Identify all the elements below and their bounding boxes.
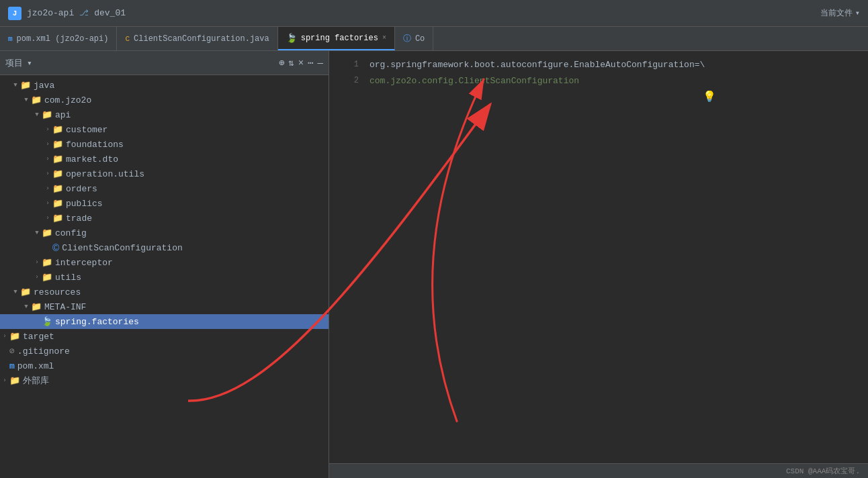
tab-close-icon[interactable]: × <box>382 34 386 42</box>
tree-item-resources[interactable]: ▼📁resources <box>0 285 329 299</box>
tree-item-ClientScanConfiguration[interactable]: ©ClientScanConfiguration <box>0 240 329 255</box>
tab-info-label: Co <box>415 34 425 44</box>
arrow-svg <box>329 51 868 463</box>
project-icon: J <box>8 7 21 20</box>
lightbulb-icon[interactable]: 💡 <box>703 90 716 103</box>
code-content-2: com.jzo2o.config.ClientScanConfiguration <box>370 76 579 86</box>
toolbar-more-icon[interactable]: ⋯ <box>308 57 313 68</box>
tree-arrow: › <box>43 215 52 222</box>
tree-label-ClientScanConfiguration: ClientScanConfiguration <box>62 243 182 253</box>
tab-clientscan-label: ClientScanConfiguration.java <box>134 34 269 44</box>
tree-item-interceptor[interactable]: ›📁interceptor <box>0 255 329 270</box>
tree-icon-folder: 📁 <box>9 375 20 386</box>
tree-arrow: › <box>32 274 42 281</box>
tree-label-customer: customer <box>66 125 107 135</box>
code-line-2: 2 com.jzo2o.config.ClientScanConfigurati… <box>329 73 868 89</box>
tree-item-外部库[interactable]: ›📁外部库 <box>0 373 329 388</box>
maven-icon: m <box>8 35 13 43</box>
tab-info[interactable]: ⓘ Co <box>395 27 433 50</box>
tree-item-foundations[interactable]: ›📁foundations <box>0 137 329 152</box>
tab-springfactories-label: spring factories <box>301 34 378 43</box>
tree-label-market.dto: market.dto <box>66 154 118 164</box>
title-bar-left: J jzo2o-api ⎇ dev_01 <box>8 7 126 20</box>
tree-arrow: ▼ <box>32 111 42 118</box>
toolbar-chevron: ▾ <box>27 58 32 68</box>
file-tree[interactable]: ▼📁java▼📁com.jzo2o▼📁api›📁customer›📁founda… <box>0 75 329 478</box>
tab-pom[interactable]: m pom.xml (jzo2o-api) <box>0 27 117 50</box>
tree-icon-file: m <box>9 361 15 371</box>
title-bar: J jzo2o-api ⎇ dev_01 当前文件 ▾ <box>0 0 868 27</box>
tree-label-resources: resources <box>34 287 81 297</box>
tree-item-publics[interactable]: ›📁publics <box>0 196 329 211</box>
tree-item-utils[interactable]: ›📁utils <box>0 270 329 285</box>
tree-item-java[interactable]: ▼📁java <box>0 78 329 93</box>
tree-label-META-INF: META-INF <box>44 302 86 312</box>
tab-springfactories[interactable]: 🍃 spring factories × <box>278 27 395 50</box>
tree-icon-folder: 📁 <box>42 272 52 283</box>
tree-label-orders: orders <box>66 184 97 194</box>
tree-icon-folder: 📁 <box>20 287 31 297</box>
tree-label-trade: trade <box>66 213 92 224</box>
line-number-2: 2 <box>335 76 359 85</box>
tree-item-config[interactable]: ▼📁config <box>0 226 329 240</box>
tree-icon-folder: 📁 <box>20 80 31 91</box>
tree-item-trade[interactable]: ›📁trade <box>0 211 329 226</box>
branch-name: dev_01 <box>94 8 126 18</box>
tree-arrow: ▼ <box>11 289 20 295</box>
tree-label-spring.factories: spring.factories <box>55 317 139 327</box>
tree-arrow: › <box>43 171 52 177</box>
tree-icon-folder: 📁 <box>52 213 63 224</box>
code-content-1: org.springframework.boot.autoconfigure.E… <box>370 60 705 70</box>
tree-label-api: api <box>55 110 71 120</box>
tree-arrow: › <box>43 156 52 162</box>
csdn-attribution: CSDN @AAA码农宝哥. <box>786 466 860 476</box>
tree-item-target[interactable]: ›📁target <box>0 329 329 344</box>
tree-label-target: target <box>23 332 54 342</box>
tree-label-foundations: foundations <box>66 140 124 150</box>
tree-label-外部库: 外部库 <box>23 375 49 387</box>
factories-icon: 🍃 <box>286 33 297 44</box>
tree-label-interceptor: interceptor <box>55 258 113 268</box>
tree-arrow: › <box>43 185 52 192</box>
tree-item-pom.xml[interactable]: mpom.xml <box>0 358 329 373</box>
tree-item-customer[interactable]: ›📁customer <box>0 122 329 137</box>
project-name[interactable]: jzo2o-api <box>27 8 74 18</box>
tree-item-market.dto[interactable]: ›📁market.dto <box>0 152 329 166</box>
tree-item-.gitignore[interactable]: ⊘.gitignore <box>0 344 329 358</box>
line-number-1: 1 <box>335 60 359 69</box>
branch-icon: ⎇ <box>79 8 89 18</box>
tree-arrow: › <box>43 126 52 133</box>
tree-label-config: config <box>55 228 87 238</box>
tree-label-operation.utils: operation.utils <box>66 169 144 179</box>
tab-clientscan[interactable]: C ClientScanConfiguration.java <box>117 27 277 50</box>
toolbar-sort-icon[interactable]: ⇅ <box>288 57 294 68</box>
toolbar-settings-icon[interactable]: ⊕ <box>279 57 284 68</box>
arrow-path <box>433 79 484 422</box>
tree-icon-folder: 📁 <box>42 109 52 120</box>
tree-item-operation.utils[interactable]: ›📁operation.utils <box>0 166 329 181</box>
tree-item-api[interactable]: ▼📁api <box>0 107 329 122</box>
tree-icon-folder: 📁 <box>42 228 52 238</box>
annotation-arrow <box>329 51 868 463</box>
tree-label-java: java <box>34 81 54 91</box>
tree-arrow: ▼ <box>11 82 20 89</box>
title-bar-right: 当前文件 ▾ <box>820 7 860 19</box>
tree-item-spring.factories[interactable]: 🍃spring.factories <box>0 314 329 329</box>
tree-arrow: › <box>32 259 42 266</box>
tree-arrow: ▼ <box>21 303 31 310</box>
tree-icon-folder: 📁 <box>42 257 52 268</box>
tree-arrow: ▼ <box>32 230 42 236</box>
toolbar-close-icon[interactable]: × <box>298 58 304 68</box>
panel-toolbar: 项目 ▾ ⊕ ⇅ × ⋯ — <box>0 51 329 75</box>
tree-item-com.jzo2o[interactable]: ▼📁com.jzo2o <box>0 93 329 107</box>
left-panel: 项目 ▾ ⊕ ⇅ × ⋯ — ▼📁java▼📁com.jzo2o▼📁api›📁c… <box>0 51 329 478</box>
bottom-bar: CSDN @AAA码农宝哥. <box>329 463 868 478</box>
tree-icon-folder: 📁 <box>9 331 20 342</box>
tree-arrow: › <box>43 200 52 207</box>
tree-icon-folder: 📁 <box>31 95 42 105</box>
tree-item-orders[interactable]: ›📁orders <box>0 181 329 196</box>
toolbar-minimize-icon[interactable]: — <box>318 58 323 68</box>
tree-label-utils: utils <box>55 273 81 283</box>
tree-item-META-INF[interactable]: ▼📁META-INF <box>0 299 329 314</box>
java-icon: C <box>125 35 130 43</box>
